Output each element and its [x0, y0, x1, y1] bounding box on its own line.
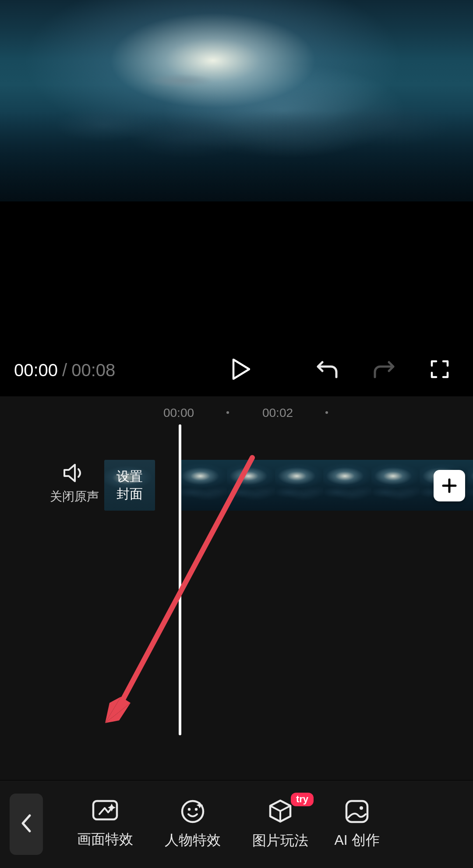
redo-button[interactable]	[366, 353, 401, 388]
tool-image-play[interactable]: try 图片玩法	[236, 798, 324, 850]
plus-icon	[441, 478, 457, 494]
tool-label: 图片玩法	[252, 831, 308, 850]
tool-label: AI 创作	[334, 831, 379, 850]
clip-thumbnail[interactable]	[275, 460, 323, 511]
timeline-area[interactable]: 00:00 00:02 关闭原声 设置封面	[0, 396, 473, 780]
undo-icon	[316, 360, 339, 381]
time-separator: /	[62, 360, 67, 380]
add-clip-button[interactable]	[434, 470, 465, 501]
clip-thumbnail[interactable]	[371, 460, 420, 511]
clip-thumbnail[interactable]	[323, 460, 371, 511]
ruler-dot	[325, 411, 328, 414]
time-total: 00:08	[71, 360, 115, 380]
mute-original-audio-button[interactable]: 关闭原声	[48, 461, 101, 505]
ruler-mark: 00:00	[163, 406, 194, 420]
playhead[interactable]	[179, 424, 181, 735]
clip-thumbnail[interactable]	[227, 460, 275, 511]
fullscreen-icon	[430, 360, 449, 381]
play-button[interactable]	[223, 353, 258, 388]
time-current: 00:00	[14, 360, 58, 380]
video-preview-area	[0, 0, 473, 344]
face-effects-icon	[180, 798, 206, 825]
tool-label: 人物特效	[165, 831, 221, 850]
clip-thumbnail[interactable]	[468, 460, 473, 511]
image-play-icon	[267, 798, 294, 825]
svg-rect-4	[93, 801, 117, 819]
video-preview-frame[interactable]	[0, 0, 473, 201]
mute-label: 关闭原声	[50, 488, 99, 505]
svg-marker-2	[105, 697, 121, 723]
set-cover-button[interactable]: 设置封面	[104, 460, 155, 511]
playback-controls-row: 00:00 / 00:08	[0, 344, 473, 396]
set-cover-label: 设置封面	[116, 468, 143, 503]
ruler-mark: 00:02	[262, 406, 293, 420]
redo-icon	[372, 360, 395, 381]
undo-button[interactable]	[310, 353, 345, 388]
bottom-toolbar: 画面特效 人物特效 try 图片玩法	[0, 780, 473, 868]
svg-rect-8	[346, 801, 367, 822]
svg-marker-3	[105, 703, 131, 723]
tool-screen-effects[interactable]: 画面特效	[61, 799, 149, 849]
speaker-icon	[63, 461, 86, 485]
clip-thumbnail[interactable]	[179, 460, 227, 511]
ai-create-icon	[344, 798, 370, 825]
tool-ai-create[interactable]: AI 创作	[324, 798, 390, 850]
clip-track[interactable]	[179, 460, 473, 511]
timeline-ruler: 00:00 00:02	[0, 406, 473, 423]
try-badge: try	[291, 793, 314, 806]
ruler-dot	[226, 411, 229, 414]
play-icon	[232, 359, 250, 381]
tool-face-effects[interactable]: 人物特效	[149, 798, 236, 850]
svg-point-7	[195, 808, 198, 811]
svg-marker-1	[105, 697, 131, 723]
chevron-left-icon	[20, 814, 32, 835]
tool-label: 画面特效	[77, 830, 133, 849]
svg-point-9	[360, 806, 363, 810]
screen-effects-icon	[92, 799, 119, 824]
svg-point-6	[188, 808, 191, 811]
fullscreen-button[interactable]	[422, 353, 457, 388]
back-button[interactable]	[10, 794, 43, 855]
time-display: 00:00 / 00:08	[14, 360, 115, 380]
